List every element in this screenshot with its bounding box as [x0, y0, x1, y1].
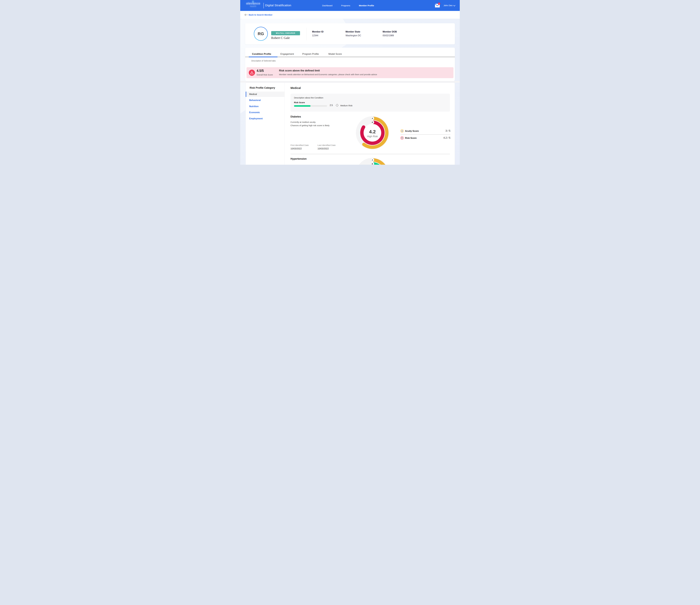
first-identified-label: First Identified Date: [291, 144, 309, 146]
header-divider: [264, 3, 264, 8]
hypertension-gauge: A R: [356, 158, 389, 165]
warning-icon: [249, 70, 255, 76]
user-menu[interactable]: John Deo: [444, 4, 452, 6]
page: elevance health Digital Stratification D…: [240, 0, 460, 165]
gauge-center-text: 4.2 High Risk: [364, 129, 381, 138]
tab-condition-profile[interactable]: Condition Profile: [252, 53, 271, 55]
last-identified-value: 10/03/2022: [318, 147, 335, 150]
risk-level-text: Medium Risk: [340, 104, 352, 107]
condition-description-text: Description about the Condition: [294, 96, 323, 99]
alert-title: Risk score above the defined limit: [279, 69, 320, 72]
back-arrow-icon[interactable]: [245, 14, 248, 16]
acuity-marker: A: [371, 158, 374, 162]
tabs-card: Condition Profile Engagement Program Pro…: [245, 48, 455, 81]
avatar-initials: RG: [254, 27, 268, 40]
member-name: Robert C Gale: [271, 36, 290, 40]
acuity-legend-value: 3 / 5: [446, 129, 450, 132]
avatar: RG: [254, 27, 268, 41]
tab-description: Description of Selected tabs: [251, 60, 276, 62]
risk-score-progress: [294, 105, 327, 107]
app-title: Digital Stratification: [265, 4, 291, 7]
gauge-risk-label: High Risk: [364, 135, 381, 138]
tab-engagement[interactable]: Engagement: [280, 53, 294, 55]
alert-message: Member needs attention on Behavioral and…: [279, 73, 377, 76]
risk-score-label: Risk Score: [294, 101, 305, 104]
member-dob-value: 05/02/1989: [383, 34, 397, 37]
member-state-value: Washington DC: [346, 34, 361, 37]
back-bar: Back to Search Member: [240, 11, 460, 19]
sidebar-item-employment[interactable]: Employment: [246, 116, 285, 121]
first-identified-field: First Identified Date 10/03/2022: [291, 144, 309, 150]
sidebar-title: Risk Profile Category: [250, 87, 275, 89]
risk-score-value: 2.5: [330, 104, 333, 106]
tab-model-score[interactable]: Model Score: [328, 53, 342, 55]
member-dob-field: Member DOB 05/02/1989: [383, 30, 397, 37]
svg-text:A: A: [372, 117, 373, 119]
member-dob-label: Member DOB: [383, 30, 397, 33]
section-separator: [240, 81, 460, 82]
company-logo[interactable]: elevance health: [245, 2, 262, 7]
sidebar-item-economic[interactable]: Economic: [246, 110, 285, 115]
condition-profile-content: Risk Profile Category Medical Behavioral…: [246, 82, 455, 165]
last-identified-label: Last Identified Date: [318, 144, 335, 146]
risk-score-progress-fill: [294, 105, 310, 107]
risk-legend-row: R Risk Score 4.2 / 5: [401, 136, 450, 141]
category-title: Medical: [291, 87, 301, 90]
overall-risk-score-label: Overall Risk Score: [257, 74, 273, 76]
member-id-value: 12344: [312, 34, 324, 37]
gauge-value: 4.2: [364, 129, 381, 135]
nav-item-programs[interactable]: Programs: [341, 4, 350, 7]
svg-text:R: R: [372, 121, 373, 123]
segment-badge: WILFULL ENDURER: [271, 31, 300, 35]
risk-legend-value: 4.2 / 5: [443, 137, 450, 139]
acuity-legend-icon: A: [401, 129, 404, 132]
top-navigation-bar: elevance health Digital Stratification D…: [240, 0, 460, 11]
acuity-legend-row: A Acuity Score 3 / 5: [401, 128, 450, 134]
member-state-label: Member State: [346, 30, 361, 33]
member-state-field: Member State Washington DC: [346, 30, 361, 37]
logo-subtext: health: [245, 5, 262, 7]
sidebar-item-behavioral[interactable]: Behavioral: [246, 98, 285, 103]
acuity-legend-label: Acuity Score: [405, 130, 419, 132]
first-identified-value: 10/03/2022: [291, 147, 309, 150]
logo-flame-icon: [252, 1, 254, 3]
svg-text:R: R: [372, 163, 373, 165]
condition-note-1: Currently at medium acuity.: [291, 121, 316, 123]
back-to-search-link[interactable]: Back to Search Member: [249, 14, 272, 16]
notification-badge: 1: [438, 2, 440, 5]
risk-legend-icon: R: [401, 137, 404, 140]
main-nav: Dashboard Programs Member Profile: [322, 0, 374, 11]
sidebar-item-medical[interactable]: Medical: [246, 92, 285, 97]
condition-description-box: Description about the Condition Risk Sco…: [291, 94, 450, 112]
active-tab-indicator: [249, 56, 277, 57]
risk-category-sidebar: Risk Profile Category Medical Behavioral…: [246, 83, 285, 165]
risk-legend-label: Risk Score: [405, 137, 417, 139]
condition-divider: [291, 154, 450, 154]
condition-title-diabetes: Diabetes: [291, 115, 301, 118]
sidebar-item-nutrition[interactable]: Nutrition: [246, 104, 285, 109]
chevron-down-icon[interactable]: [453, 5, 455, 6]
acuity-marker: A: [371, 117, 374, 120]
last-identified-field: Last Identified Date 10/03/2022: [318, 144, 335, 150]
member-summary-card: RG WILFULL ENDURER Robert C Gale Member …: [245, 23, 455, 44]
risk-alert-banner: 4.5/5 Overall Risk Score Risk score abov…: [247, 67, 453, 78]
nav-item-member-profile[interactable]: Member Profile: [359, 4, 374, 7]
tab-program-profile[interactable]: Program Profile: [302, 53, 319, 55]
member-id-field: Member ID 12344: [312, 30, 324, 37]
member-id-label: Member ID: [312, 30, 324, 33]
condition-title-hypertension: Hypertension: [291, 158, 307, 160]
nav-item-dashboard[interactable]: Dashboard: [322, 4, 332, 7]
risk-marker: R: [371, 121, 374, 124]
overall-risk-score-value: 4.5/5: [257, 69, 264, 73]
condition-note-2: Chances of getting high risk score is li…: [291, 124, 329, 127]
medium-risk-diamond-icon: [335, 103, 339, 107]
svg-text:A: A: [372, 159, 373, 161]
gauge-legend: A Acuity Score 3 / 5 R Risk Score 4.2 / …: [401, 128, 450, 141]
legend-divider: [401, 134, 450, 135]
